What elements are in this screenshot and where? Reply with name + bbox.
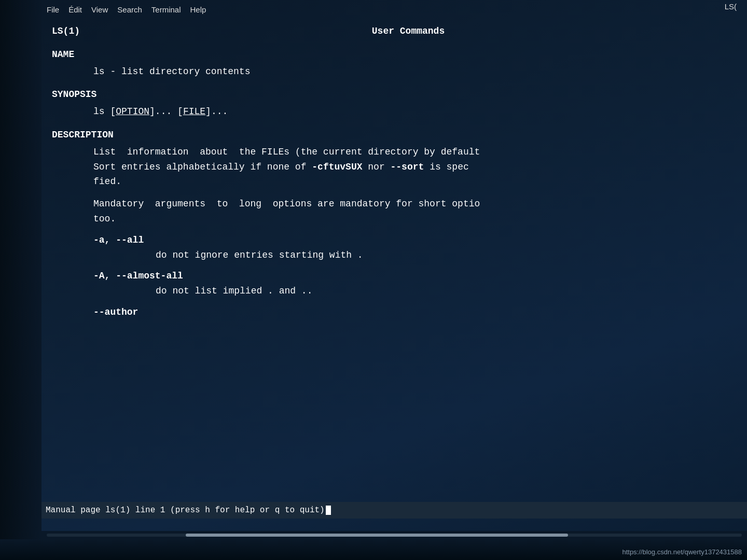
menu-bar: File Édit View Search Terminal Help <box>42 0 747 19</box>
synopsis-content: ls [OPTION]... [FILE]... <box>93 104 737 119</box>
man-page-header: LS(1) User Commands <box>52 24 737 39</box>
desc-bold-sort: --sort <box>391 162 424 172</box>
section-description-heading: DESCRIPTION <box>52 128 737 143</box>
synopsis-option: [OPTION]... <box>110 106 172 117</box>
ls-top-right-label: LS( <box>725 2 737 11</box>
menu-view[interactable]: View <box>91 5 108 14</box>
desc-line-1: List information about the FILEs (the cu… <box>93 145 737 160</box>
man-header-center: User Commands <box>80 24 737 39</box>
menu-search[interactable]: Search <box>117 5 142 14</box>
section-name-content: ls - list directory contents <box>93 64 737 79</box>
scrollbar-thumb[interactable] <box>186 534 568 537</box>
url-bar: https://blog.csdn.net/qwerty1372431588 <box>622 548 742 556</box>
desc-bold-options: -cftuvSUX <box>312 162 362 172</box>
synopsis-command: ls <box>93 106 105 117</box>
menu-edit[interactable]: Édit <box>68 5 82 14</box>
desc-line-2: Sort entries alphabetically if none of -… <box>93 160 737 175</box>
section-name-heading: NAME <box>52 47 737 62</box>
menu-terminal[interactable]: Terminal <box>151 5 181 14</box>
man-header-left: LS(1) <box>52 24 80 39</box>
menu-help[interactable]: Help <box>190 5 206 14</box>
section-description-content: List information about the FILEs (the cu… <box>93 145 737 227</box>
desc-line-3: fied. <box>93 174 737 189</box>
desc-mandatory-2: too. <box>93 212 737 227</box>
terminal-content: LS(1) User Commands NAME ls - list direc… <box>42 19 747 529</box>
options-section: -a, --all do not ignore entries starting… <box>93 233 737 320</box>
terminal-wrapper: File Édit View Search Terminal Help LS( … <box>0 0 747 560</box>
section-synopsis: SYNOPSIS ls [OPTION]... [FILE]... <box>52 87 737 119</box>
desc-mandatory-1: Mandatory arguments to long options are … <box>93 197 737 212</box>
status-cursor <box>326 506 331 515</box>
status-bar: Manual page ls(1) line 1 (press h for he… <box>42 502 747 519</box>
option-A-flag: -A, --almost-all <box>93 269 737 284</box>
scrollbar-area[interactable] <box>42 531 747 539</box>
status-text: Manual page ls(1) line 1 (press h for he… <box>46 506 325 515</box>
option-author-flag: --author <box>93 305 737 320</box>
section-description: DESCRIPTION List information about the F… <box>52 128 737 227</box>
left-bezel <box>0 0 42 560</box>
option-a-desc: do not ignore entries starting with . <box>156 248 737 263</box>
option-a-flag: -a, --all <box>93 233 737 248</box>
synopsis-file: [FILE]... <box>177 106 228 117</box>
section-name: NAME ls - list directory contents <box>52 47 737 79</box>
menu-file[interactable]: File <box>47 5 59 14</box>
synopsis-option-text: OPTION <box>116 106 149 117</box>
option-A-desc: do not list implied . and .. <box>156 284 737 299</box>
section-synopsis-heading: SYNOPSIS <box>52 87 737 102</box>
synopsis-file-text: FILE <box>183 106 205 117</box>
scrollbar-track[interactable] <box>47 534 742 537</box>
